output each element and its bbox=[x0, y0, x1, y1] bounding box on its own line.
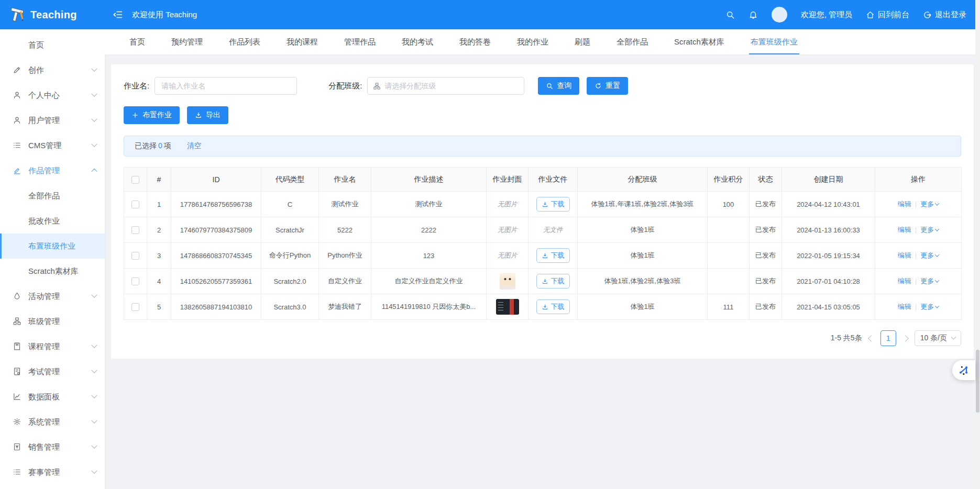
more-link[interactable]: 更多 bbox=[920, 225, 939, 235]
list-icon bbox=[13, 468, 22, 477]
chevron-down-icon bbox=[935, 304, 939, 308]
tab-9[interactable]: 全部作品 bbox=[603, 29, 661, 54]
class-cluster-icon bbox=[373, 82, 381, 90]
assigned-class-input[interactable] bbox=[384, 78, 519, 94]
scrollbar-thumb[interactable] bbox=[976, 350, 979, 413]
cell-cover bbox=[487, 269, 528, 294]
logo-icon bbox=[8, 6, 25, 23]
action-row: 布置作业 导出 bbox=[124, 106, 961, 124]
more-link[interactable]: 更多 bbox=[920, 199, 939, 209]
edit-link[interactable]: 编辑 bbox=[898, 277, 911, 285]
cell-created: 2022-01-05 19:15:34 bbox=[782, 243, 875, 269]
column-header-0 bbox=[124, 168, 147, 192]
sidebar-subitem-scratch-assets[interactable]: Scratch素材库 bbox=[0, 259, 105, 284]
tab-0[interactable]: 首页 bbox=[116, 29, 158, 54]
back-to-front-link[interactable]: 回到前台 bbox=[866, 10, 909, 20]
sidebar-subitem-assign-class-homework[interactable]: 布置班级作业 bbox=[0, 234, 105, 259]
sidebar-item-sales-mgmt[interactable]: 销售管理 bbox=[0, 435, 105, 460]
sidebar-item-user-mgmt[interactable]: 用户管理 bbox=[0, 108, 105, 133]
tab-11[interactable]: 布置班级作业 bbox=[737, 29, 811, 54]
select-all-checkbox[interactable] bbox=[131, 176, 139, 184]
cover-thumbnail[interactable] bbox=[496, 299, 519, 315]
row-checkbox[interactable] bbox=[131, 226, 139, 234]
sidebar-item-activity-mgmt[interactable]: 活动管理 bbox=[0, 284, 105, 309]
search-icon[interactable] bbox=[725, 10, 735, 19]
row-checkbox[interactable] bbox=[131, 277, 139, 285]
reset-button[interactable]: 重置 bbox=[587, 77, 628, 95]
page-size-select[interactable]: 10 条/页 bbox=[915, 330, 961, 346]
export-button[interactable]: 导出 bbox=[187, 106, 228, 124]
sidebar-item-course-mgmt[interactable]: 课程管理 bbox=[0, 334, 105, 359]
cell-classes: 体验1班 bbox=[578, 217, 708, 243]
sidebar-item-data-dashboard[interactable]: 数据面板 bbox=[0, 384, 105, 409]
edit-link[interactable]: 编辑 bbox=[898, 200, 911, 208]
tab-4[interactable]: 管理作品 bbox=[331, 29, 389, 54]
assigned-class-select[interactable] bbox=[367, 77, 524, 95]
prev-page-icon[interactable] bbox=[868, 335, 875, 342]
row-checkbox[interactable] bbox=[131, 252, 139, 260]
cell-description: 1145141919810 只因你太美b... bbox=[371, 294, 487, 320]
next-page-icon[interactable] bbox=[902, 335, 909, 342]
download-button[interactable]: 下载 bbox=[536, 248, 570, 263]
sidebar-item-exam-mgmt[interactable]: 考试管理 bbox=[0, 359, 105, 384]
tab-6[interactable]: 我的答卷 bbox=[446, 29, 504, 54]
download-button[interactable]: 下载 bbox=[536, 197, 570, 212]
logout-link[interactable]: 退出登录 bbox=[923, 10, 966, 20]
download-button[interactable]: 下载 bbox=[536, 299, 570, 314]
sidebar-item-create[interactable]: 创作 bbox=[0, 58, 105, 83]
tab-1[interactable]: 预约管理 bbox=[158, 29, 216, 54]
cell-file: 下载 bbox=[528, 192, 578, 217]
filter-row: 作业名: 分配班级: 查询 bbox=[124, 77, 961, 95]
sidebar-item-contest-mgmt[interactable]: 赛事管理 bbox=[0, 460, 105, 485]
clear-selection-link[interactable]: 清空 bbox=[187, 141, 202, 151]
tab-8[interactable]: 刷题 bbox=[561, 29, 603, 54]
sidebar-item-label: 活动管理 bbox=[28, 292, 92, 302]
sidebar-collapse-icon[interactable] bbox=[112, 9, 124, 20]
tab-2[interactable]: 作品列表 bbox=[216, 29, 273, 54]
page-number[interactable]: 1 bbox=[880, 330, 896, 346]
cell-created: 2021-04-15 03:05:05 bbox=[782, 294, 875, 320]
more-link[interactable]: 更多 bbox=[920, 276, 939, 286]
sidebar-item-system-mgmt[interactable]: 系统管理 bbox=[0, 409, 105, 435]
tab-7[interactable]: 我的作业 bbox=[504, 29, 561, 54]
sidebar-item-works-mgmt[interactable]: 作品管理 bbox=[0, 158, 105, 183]
search-icon bbox=[546, 82, 553, 90]
no-image-text: 无图片 bbox=[498, 226, 517, 234]
row-checkbox[interactable] bbox=[131, 201, 139, 208]
tab-3[interactable]: 我的课程 bbox=[273, 29, 331, 54]
floating-assistant-button[interactable] bbox=[952, 360, 975, 380]
chevron-down-icon bbox=[91, 468, 97, 474]
cell-index: 4 bbox=[147, 269, 171, 294]
homework-name-input[interactable] bbox=[155, 77, 297, 95]
row-checkbox[interactable] bbox=[131, 303, 139, 311]
sidebar-subitem-all-works[interactable]: 全部作品 bbox=[0, 183, 105, 208]
user-avatar[interactable] bbox=[772, 7, 787, 23]
tab-5[interactable]: 我的考试 bbox=[389, 29, 446, 54]
cell-status: 已发布 bbox=[750, 192, 782, 217]
more-label: 更多 bbox=[920, 199, 934, 209]
drop-icon bbox=[13, 292, 22, 301]
more-link[interactable]: 更多 bbox=[920, 251, 939, 260]
home-icon bbox=[866, 10, 875, 19]
edit-link[interactable]: 编辑 bbox=[898, 226, 911, 234]
cover-thumbnail[interactable] bbox=[500, 273, 515, 290]
download-button[interactable]: 下载 bbox=[536, 274, 570, 288]
sidebar-item-cms-mgmt[interactable]: CMS管理 bbox=[0, 133, 105, 158]
more-link[interactable]: 更多 bbox=[920, 302, 939, 312]
sidebar-subitem-grade-homework[interactable]: 批改作业 bbox=[0, 208, 105, 234]
tab-10[interactable]: Scratch素材库 bbox=[661, 29, 737, 54]
notification-bell-icon[interactable] bbox=[748, 10, 758, 19]
cell-id: 1478686608370745345 bbox=[171, 243, 261, 269]
sidebar-item-class-mgmt[interactable]: 班级管理 bbox=[0, 309, 105, 334]
assign-homework-button[interactable]: 布置作业 bbox=[124, 106, 180, 124]
cell-index: 5 bbox=[147, 294, 171, 320]
sidebar-item-profile[interactable]: 个人中心 bbox=[0, 83, 105, 108]
edit-link[interactable]: 编辑 bbox=[898, 303, 911, 310]
edit-link[interactable]: 编辑 bbox=[898, 251, 911, 259]
sidebar-item-home[interactable]: 首页 bbox=[0, 32, 105, 58]
chevron-down-icon bbox=[91, 342, 97, 348]
download-icon bbox=[542, 278, 548, 285]
cell-code-type: Scratch2.0 bbox=[261, 269, 319, 294]
search-button[interactable]: 查询 bbox=[538, 77, 579, 95]
homework-name-filter: 作业名: bbox=[124, 77, 297, 95]
